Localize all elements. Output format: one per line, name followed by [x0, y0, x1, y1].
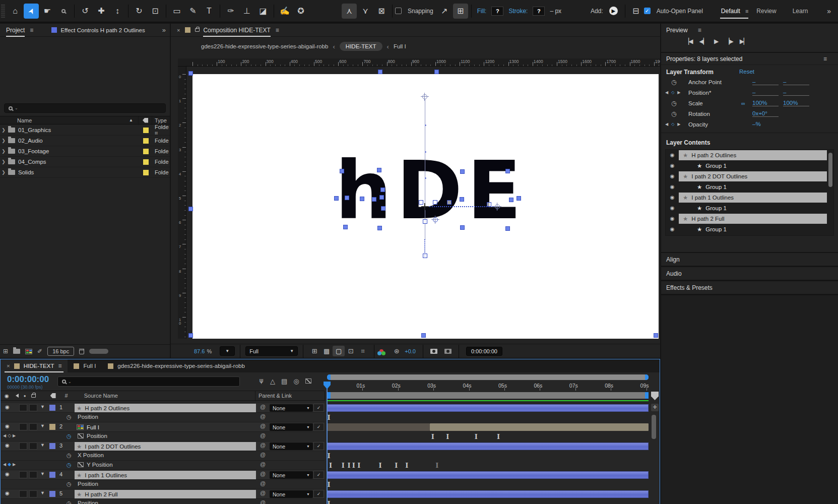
type-tool[interactable]: T — [202, 4, 217, 19]
tab-project[interactable]: Project — [6, 27, 25, 34]
solo-box[interactable] — [19, 443, 27, 450]
work-area-bar[interactable] — [327, 392, 649, 399]
layer-label-swatch[interactable] — [49, 491, 55, 497]
eye-icon[interactable]: ◉ — [666, 184, 679, 190]
roto-brush-tool[interactable]: ✍ — [277, 4, 292, 19]
workspace-tab-learn[interactable]: Learn — [793, 5, 808, 18]
property-value[interactable]: – — [752, 79, 779, 85]
selection-handle[interactable] — [188, 333, 193, 338]
channel-icon[interactable] — [379, 349, 383, 353]
keyframe-icon[interactable]: I — [327, 480, 330, 489]
panel-header-audio[interactable]: Audio — [661, 267, 838, 280]
camera-tool[interactable]: ⊡ — [148, 4, 163, 19]
solo-column-icon[interactable]: ● — [24, 394, 26, 398]
snapping-checkbox[interactable] — [395, 8, 402, 14]
property-name[interactable]: Position — [78, 500, 98, 504]
twirl-icon[interactable]: ❯ — [0, 128, 7, 133]
graph-editor-icon[interactable] — [305, 379, 311, 384]
parent-dropdown[interactable]: None▼ — [270, 471, 313, 479]
keyframe-nav-icons[interactable]: ▶ — [677, 122, 681, 127]
grid-guides-icon[interactable]: ⌗ — [357, 346, 369, 356]
selection-handle[interactable] — [360, 197, 364, 201]
timeline-tab[interactable]: gdes226-hide-expressive-type-series-abig… — [102, 359, 251, 372]
next-keyframe-icon[interactable]: ▶ — [13, 433, 17, 438]
layer-contents-item[interactable]: ★H path 2 Outlines — [679, 150, 827, 160]
keyframe-nav-icons[interactable]: ▶ — [677, 90, 681, 95]
rotation-gizmo[interactable] — [433, 217, 438, 222]
eye-icon[interactable]: ◉ — [666, 195, 679, 200]
selection-handle[interactable] — [381, 206, 385, 211]
property-value[interactable]: – — [783, 79, 809, 85]
dolly-camera-tool[interactable]: ↕ — [110, 4, 125, 19]
stroke-width[interactable]: – px — [550, 8, 561, 15]
eye-icon[interactable]: ◉ — [5, 443, 10, 448]
new-composition-icon[interactable] — [25, 349, 32, 354]
twirl-down-icon[interactable]: ▼ — [40, 423, 45, 428]
horizontal-ruler[interactable]: 1002003004005006007008009001000110012001… — [178, 58, 660, 67]
collapse-transforms-switch[interactable]: ✓ — [313, 471, 324, 479]
property-value[interactable]: 100% — [752, 100, 779, 106]
mask-visibility-icon[interactable]: ▢ — [333, 346, 345, 356]
timeline-vertical-scrollbar[interactable] — [652, 415, 656, 439]
stroke-swatch[interactable]: ? — [533, 7, 545, 16]
layer-contents-item[interactable]: ★I path 1 Outlines — [679, 193, 827, 203]
close-tab-icon[interactable]: × — [177, 27, 180, 33]
property-pickwhip-icon[interactable]: @ — [260, 452, 266, 458]
interpret-footage-icon[interactable]: ⊞ — [3, 348, 8, 355]
label-swatch[interactable] — [143, 138, 149, 144]
name-column-header[interactable]: Name — [17, 117, 32, 123]
collapse-transforms-switch[interactable]: ✓ — [313, 423, 324, 431]
table-row[interactable]: ❯02_AudioFolde — [0, 136, 170, 146]
position-gizmo-top[interactable] — [422, 94, 427, 99]
project-search-input[interactable]: ⌄ — [4, 103, 166, 113]
selection-handle[interactable] — [377, 226, 382, 230]
layer-row[interactable]: ◉▼1★H path 2 Outlines@None▼✓ — [1, 403, 325, 413]
layer-duration-bar[interactable] — [327, 423, 430, 431]
puppet-pin-tool[interactable]: ✪ — [293, 4, 308, 19]
layer-source-name[interactable]: ★H path 2 Outlines — [75, 404, 256, 412]
zoom-tool[interactable] — [56, 4, 71, 19]
parent-pickwhip-icon[interactable]: @ — [260, 490, 266, 496]
keyframe-diamond-icon[interactable]: ◆ — [8, 462, 13, 467]
layer-label-swatch[interactable] — [49, 424, 55, 430]
eye-icon[interactable]: ◉ — [5, 490, 10, 496]
keyframe-icon[interactable]: I — [446, 432, 449, 442]
keyframe-icon[interactable]: I — [379, 461, 382, 470]
property-row[interactable]: ◷Position@ — [1, 499, 325, 504]
comp-marker-shield-icon[interactable] — [651, 392, 659, 400]
twirl-icon[interactable]: ❯ — [0, 170, 7, 175]
parent-dropdown[interactable]: None▼ — [270, 423, 313, 431]
keyframe-icon[interactable]: I — [342, 461, 345, 470]
table-row[interactable]: ❯03_FootageFolde — [0, 146, 170, 157]
thumbnail-slider[interactable] — [89, 349, 108, 354]
timeline-tab[interactable]: Full I — [68, 359, 102, 372]
selection-handle[interactable] — [343, 225, 348, 229]
add-play-icon[interactable]: ▶ — [609, 7, 618, 15]
property-pickwhip-icon[interactable]: @ — [260, 413, 266, 419]
position-handle[interactable] — [423, 219, 427, 224]
label-column-icon[interactable] — [143, 118, 148, 123]
rotation-tool[interactable]: ↻ — [132, 4, 147, 19]
property-name[interactable]: Position — [78, 481, 98, 487]
table-row[interactable]: ❯04_CompsFolde — [0, 157, 170, 167]
property-pickwhip-icon[interactable]: @ — [260, 461, 266, 467]
selection-handle[interactable] — [421, 333, 426, 338]
keyframe-icon[interactable]: I — [327, 451, 330, 461]
stopwatch-icon[interactable]: ◷ — [671, 79, 676, 86]
collapse-transforms-switch[interactable]: ✓ — [313, 490, 324, 498]
layer-label-swatch[interactable] — [49, 443, 55, 449]
layer-contents-item[interactable]: ★Group 1 — [679, 203, 827, 213]
layer-duration-bar[interactable] — [327, 404, 649, 412]
exposure-value[interactable]: +0.0 — [405, 348, 416, 354]
more-workspaces-chevron[interactable]: » — [827, 7, 831, 15]
breadcrumb-root[interactable]: gdes226-hide-expressive-type-series-abig… — [201, 43, 329, 49]
parent-pickwhip-icon[interactable]: @ — [260, 442, 266, 448]
region-of-interest-icon[interactable]: ⊡ — [345, 346, 357, 356]
property-value[interactable]: 100% — [783, 100, 809, 106]
play-button[interactable]: ▶ — [714, 38, 718, 45]
layer-source-name[interactable]: ★I path 1 Outlines — [75, 471, 256, 479]
eye-icon[interactable]: ◉ — [666, 205, 679, 211]
stroke-label[interactable]: Stroke: — [508, 8, 528, 15]
vertical-ruler[interactable]: 01234567891 0 — [178, 67, 186, 339]
property-pickwhip-icon[interactable]: @ — [260, 432, 266, 438]
